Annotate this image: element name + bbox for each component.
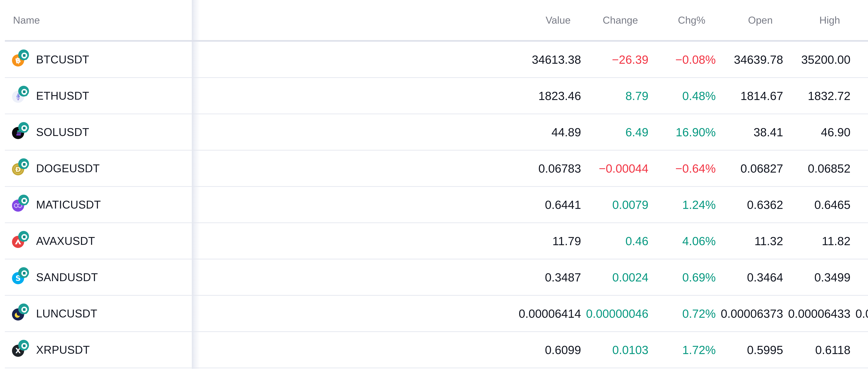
open-cell: 34639.78 xyxy=(716,53,783,66)
symbol-label: SANDUSDT xyxy=(36,271,98,284)
value-cell: 11.79 xyxy=(195,234,581,248)
high-cell: 35200.00 xyxy=(783,53,850,66)
exchange-badge-icon xyxy=(18,158,29,169)
column-header-change[interactable]: Change xyxy=(581,14,648,26)
low-cell: 0.5802 xyxy=(850,343,868,357)
column-header-high[interactable]: High xyxy=(783,14,850,26)
symbol-cell: Ð DOGEUSDT xyxy=(5,151,195,186)
high-cell: 0.06852 xyxy=(783,161,850,175)
open-cell: 0.06827 xyxy=(716,161,783,175)
open-cell: 0.3464 xyxy=(716,270,783,284)
high-cell: 11.82 xyxy=(783,234,850,248)
symbol-cell: LUNCUSDT xyxy=(5,296,195,331)
low-cell: 1783.19 xyxy=(850,89,868,102)
open-cell: 0.5995 xyxy=(716,343,783,357)
change-cell: 6.49 xyxy=(581,125,648,139)
exchange-badge-icon xyxy=(18,50,29,60)
high-cell: 0.3499 xyxy=(783,270,850,284)
exchange-badge-icon xyxy=(18,267,29,278)
symbol-label: BTCUSDT xyxy=(36,53,89,66)
table-row[interactable]: X XRPUSDT 0.6099 0.0103 1.72% 0.5995 0.6… xyxy=(5,332,868,368)
chg-pct-cell: 1.24% xyxy=(648,198,716,211)
column-header-chg-pct[interactable]: Chg% xyxy=(648,14,716,26)
low-cell: 37.81 xyxy=(850,125,868,139)
low-cell: 0.6167 xyxy=(850,198,868,211)
value-cell: 0.06783 xyxy=(195,161,581,175)
chg-pct-cell: −0.08% xyxy=(648,53,716,66)
table-row[interactable]: AVAXUSDT 11.79 0.46 4.06% 11.32 11.82 10… xyxy=(5,223,868,259)
low-cell: 34097.39 xyxy=(850,53,868,66)
value-cell: 0.00006414 xyxy=(195,307,581,320)
symbol-cell: X XRPUSDT xyxy=(5,332,195,368)
column-header-open[interactable]: Open xyxy=(716,14,783,26)
high-cell: 46.90 xyxy=(783,125,850,139)
high-cell: 0.00006433 xyxy=(783,307,850,320)
change-cell: 0.46 xyxy=(581,234,648,248)
high-cell: 1832.72 xyxy=(783,89,850,102)
exchange-badge-icon xyxy=(18,122,29,133)
column-header-low[interactable]: Low xyxy=(850,14,868,26)
value-cell: 44.89 xyxy=(195,125,581,139)
chg-pct-cell: 16.90% xyxy=(648,125,716,139)
change-cell: 0.0103 xyxy=(581,343,648,357)
symbol-label: AVAXUSDT xyxy=(36,235,95,247)
open-cell: 0.00006373 xyxy=(716,307,783,320)
low-cell: 0.06548 xyxy=(850,161,868,175)
change-cell: 0.0079 xyxy=(581,198,648,211)
symbol-cell: ฿ BTCUSDT xyxy=(5,42,195,77)
watchlist-table: Name Value Change Chg% Open High Low Pre… xyxy=(0,0,868,368)
symbol-label: LUNCUSDT xyxy=(36,307,97,320)
table-row[interactable]: LUNCUSDT 0.00006414 0.00000046 0.72% 0.0… xyxy=(5,296,868,332)
table-row[interactable]: ฿ BTCUSDT 34613.38 −26.39 −0.08% 34639.7… xyxy=(5,42,868,78)
header-row: Name Value Change Chg% Open High Low Pre… xyxy=(5,0,868,42)
change-cell: 0.00000046 xyxy=(581,307,648,320)
high-cell: 0.6118 xyxy=(783,343,850,357)
open-cell: 11.32 xyxy=(716,234,783,248)
watchlist-rows: ฿ BTCUSDT 34613.38 −26.39 −0.08% 34639.7… xyxy=(0,42,868,368)
table-row[interactable]: S SANDUSDT 0.3487 0.0024 0.69% 0.3464 0.… xyxy=(5,259,868,296)
change-cell: −26.39 xyxy=(581,53,648,66)
chg-pct-cell: 1.72% xyxy=(648,343,716,357)
table-row[interactable]: ETHUSDT 1823.46 8.79 0.48% 1814.67 1832.… xyxy=(5,78,868,114)
chg-pct-cell: 0.48% xyxy=(648,89,716,102)
value-cell: 0.6441 xyxy=(195,198,581,211)
value-cell: 34613.38 xyxy=(195,53,581,66)
column-header-value[interactable]: Value xyxy=(195,14,581,26)
open-cell: 0.6362 xyxy=(716,198,783,211)
symbol-label: SOLUSDT xyxy=(36,126,89,139)
chg-pct-cell: 4.06% xyxy=(648,234,716,248)
open-cell: 38.41 xyxy=(716,125,783,139)
low-cell: 10.88 xyxy=(850,234,868,248)
exchange-badge-icon xyxy=(18,340,29,351)
symbol-label: XRPUSDT xyxy=(36,344,90,356)
high-cell: 0.6465 xyxy=(783,198,850,211)
value-cell: 1823.46 xyxy=(195,89,581,102)
symbol-cell: SOLUSDT xyxy=(5,114,195,150)
exchange-badge-icon xyxy=(18,303,29,314)
symbol-label: ETHUSDT xyxy=(36,89,89,102)
table-row[interactable]: Ð DOGEUSDT 0.06783 −0.00044 −0.64% 0.068… xyxy=(5,151,868,187)
symbol-cell: S SANDUSDT xyxy=(5,259,195,295)
open-cell: 1814.67 xyxy=(716,89,783,102)
change-cell: 0.0024 xyxy=(581,270,648,284)
low-cell: 0.3348 xyxy=(850,270,868,284)
low-cell: 0.00006146 xyxy=(850,307,868,320)
chg-pct-cell: −0.64% xyxy=(648,161,716,175)
exchange-badge-icon xyxy=(18,86,29,96)
exchange-badge-icon xyxy=(18,195,29,205)
symbol-cell: ETHUSDT xyxy=(5,78,195,114)
table-row[interactable]: SOLUSDT 44.89 6.49 16.90% 38.41 46.90 37… xyxy=(5,114,868,151)
symbol-label: DOGEUSDT xyxy=(36,162,100,175)
change-cell: 8.79 xyxy=(581,89,648,102)
value-cell: 0.6099 xyxy=(195,343,581,357)
chg-pct-cell: 0.69% xyxy=(648,270,716,284)
exchange-badge-icon xyxy=(18,231,29,242)
value-cell: 0.3487 xyxy=(195,270,581,284)
symbol-cell: AVAXUSDT xyxy=(5,223,195,259)
table-row[interactable]: MATICUSDT 0.6441 0.0079 1.24% 0.6362 0.6… xyxy=(5,187,868,223)
symbol-label: MATICUSDT xyxy=(36,198,101,211)
chg-pct-cell: 0.72% xyxy=(648,307,716,320)
symbol-cell: MATICUSDT xyxy=(5,187,195,223)
column-header-name[interactable]: Name xyxy=(5,0,195,40)
change-cell: −0.00044 xyxy=(581,161,648,175)
